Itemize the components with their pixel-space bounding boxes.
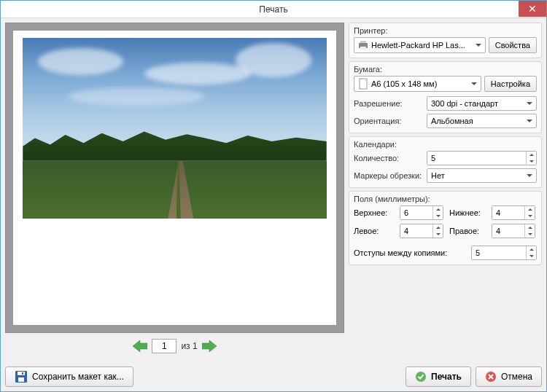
paper-group: Бумага: A6 (105 x 148 мм) Настройка Разр… <box>349 61 542 133</box>
next-page-button[interactable] <box>202 340 217 352</box>
svg-rect-8 <box>18 372 25 375</box>
crop-marks-select[interactable]: Нет <box>427 168 537 183</box>
window-title: Печать <box>259 4 287 15</box>
margin-top-label: Верхнее: <box>354 208 394 217</box>
spin-up-icon[interactable] <box>527 152 536 158</box>
page-preview <box>13 31 336 325</box>
margins-group: Поля (миллиметры): Верхнее: Нижнее: Лево… <box>349 191 542 265</box>
spin-down-icon[interactable] <box>527 158 536 165</box>
margin-left-spinner[interactable] <box>400 224 443 238</box>
prev-page-button[interactable] <box>133 340 147 352</box>
margin-left-label: Левое: <box>354 227 394 235</box>
calendars-group: Календари: Количество: Маркеры обрезки: … <box>349 136 542 188</box>
margin-top-spinner[interactable] <box>400 205 443 220</box>
count-spinner[interactable] <box>427 151 537 165</box>
save-layout-button[interactable]: Сохранить макет как... <box>5 366 133 387</box>
margin-bottom-label: Нижнее: <box>449 208 486 217</box>
page-nav: из 1 <box>5 336 344 356</box>
settings-pane: Принтер: Hewlett-Packard HP Las... Свойс… <box>349 23 542 356</box>
page-number-input[interactable] <box>152 339 176 353</box>
print-button[interactable]: Печать <box>406 366 471 387</box>
printer-properties-button[interactable]: Свойства <box>489 37 537 53</box>
gutter-spinner[interactable] <box>471 246 537 260</box>
margin-bottom-spinner[interactable] <box>492 205 535 220</box>
preview-image <box>23 38 326 219</box>
save-icon <box>15 370 28 383</box>
printer-label: Принтер: <box>354 26 537 35</box>
paper-label: Бумага: <box>354 65 537 74</box>
svg-marker-1 <box>202 340 217 352</box>
titlebar: Печать ✕ <box>1 1 546 18</box>
svg-rect-4 <box>360 47 366 50</box>
orientation-label: Ориентация: <box>354 117 427 125</box>
gutter-label: Отступы между копиями: <box>354 248 471 257</box>
crop-marks-label: Маркеры обрезки: <box>354 171 427 180</box>
close-button[interactable]: ✕ <box>519 1 546 17</box>
calendars-label: Календари: <box>354 140 537 149</box>
resolution-label: Разрешение: <box>354 99 427 108</box>
svg-marker-0 <box>133 340 147 352</box>
preview-pane: из 1 <box>5 23 344 356</box>
printer-group: Принтер: Hewlett-Packard HP Las... Свойс… <box>349 23 542 58</box>
svg-rect-10 <box>22 372 23 375</box>
print-dialog: Печать ✕ <box>0 0 547 392</box>
margin-right-label: Правое: <box>449 227 486 235</box>
page-total-label: из 1 <box>181 341 197 351</box>
cancel-icon <box>485 371 497 383</box>
margins-label: Поля (миллиметры): <box>354 195 537 203</box>
count-label: Количество: <box>354 154 427 162</box>
margin-right-spinner[interactable] <box>492 224 535 238</box>
ok-icon <box>415 371 427 383</box>
printer-select[interactable]: Hewlett-Packard HP Las... <box>354 37 486 53</box>
footer: Сохранить макет как... Печать Отмена <box>5 366 542 387</box>
paper-select[interactable]: A6 (105 x 148 мм) <box>354 76 481 92</box>
printer-icon <box>357 39 369 51</box>
svg-rect-3 <box>360 41 366 43</box>
orientation-select[interactable]: Альбомная <box>427 114 537 128</box>
resolution-select[interactable]: 300 dpi - стандарт <box>427 96 537 111</box>
paper-setup-button[interactable]: Настройка <box>484 76 537 92</box>
page-icon <box>357 78 369 90</box>
cancel-button[interactable]: Отмена <box>476 366 542 387</box>
preview-frame <box>5 23 344 333</box>
svg-rect-9 <box>18 377 24 382</box>
